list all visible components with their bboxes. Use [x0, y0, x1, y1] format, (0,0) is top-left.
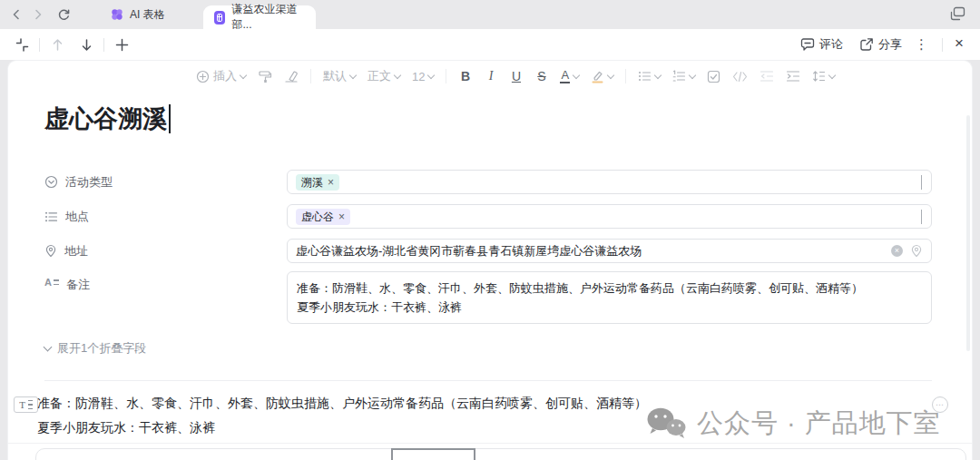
field-label-activity-type[interactable]: 活动类型	[44, 170, 287, 194]
share-icon	[859, 37, 874, 52]
refresh-icon[interactable]	[53, 4, 74, 25]
numbered-list-icon	[672, 70, 686, 83]
next-block-container	[35, 448, 966, 460]
field-row-address: 地址 虚心谷谦益农场-湖北省黄冈市蕲春县青石镇新屋塆虚心谷谦益农场 ×	[44, 239, 932, 263]
code-block-button[interactable]	[732, 71, 748, 83]
field-label-notes[interactable]: A 备注	[44, 271, 287, 324]
italic-button[interactable]: I	[484, 69, 497, 83]
divider	[39, 38, 40, 52]
text-color-button[interactable]: A	[560, 69, 579, 83]
numbered-list-button[interactable]	[672, 70, 695, 83]
bold-button[interactable]: B	[458, 69, 472, 83]
notes-textarea[interactable]: 准备：防滑鞋、水、零食、汗巾、外套、防蚊虫措施、户外运动常备药品（云南白药喷雾、…	[287, 271, 932, 324]
wechat-icon	[645, 406, 687, 442]
watermark-text: 公众号 · 产品地下室	[697, 406, 941, 442]
divider	[625, 69, 626, 83]
strikethrough-button[interactable]: S	[534, 69, 548, 83]
forward-icon[interactable]	[27, 4, 49, 25]
text-block-type-badge[interactable]: T	[14, 396, 38, 413]
bullet-list-button[interactable]	[638, 70, 661, 83]
chevron-down-icon	[44, 342, 53, 351]
tab-label: 谦益农业渠道部...	[231, 2, 304, 33]
tag-suoxi[interactable]: 溯溪 ×	[296, 174, 339, 191]
comment-button[interactable]: 评论	[795, 33, 848, 56]
expand-toggle-label: 展开1个折叠字段	[57, 340, 146, 357]
tag-remove-icon[interactable]: ×	[328, 176, 334, 189]
style-label: 正文	[368, 68, 391, 84]
highlight-button[interactable]	[591, 70, 613, 83]
indent-icon	[786, 70, 800, 83]
record-detail-panel: 插入 默认 正文 12 B I U S A	[7, 60, 973, 460]
record-title[interactable]: 虚心谷溯溪	[44, 103, 171, 135]
record-toolbar: 评论 分享 ⋮ ×	[0, 29, 980, 60]
outdent-icon	[760, 70, 774, 83]
tab-record-doc[interactable]: 谦益农业渠道部...	[203, 5, 316, 29]
ai-table-icon	[111, 8, 123, 21]
format-toolbar: 插入 默认 正文 12 B I U S A	[8, 61, 972, 92]
expand-collapsed-fields-toggle[interactable]: 展开1个折叠字段	[44, 340, 146, 357]
notes-line-2: 夏季小朋友玩水：干衣裤、泳裤	[297, 298, 462, 317]
prev-record-icon[interactable]	[46, 34, 68, 55]
insert-button[interactable]: 插入	[196, 68, 246, 84]
clear-format-icon[interactable]	[284, 70, 299, 83]
open-in-window-icon[interactable]	[950, 6, 965, 22]
divider	[310, 69, 311, 83]
single-select-icon	[44, 175, 58, 189]
tab-ai-table[interactable]: AI 表格	[100, 3, 176, 26]
watermark: 公众号 · 产品地下室	[645, 404, 941, 444]
indent-button[interactable]	[786, 70, 800, 83]
outdent-button[interactable]	[760, 70, 774, 83]
checkbox-icon	[707, 70, 720, 83]
add-record-icon[interactable]	[111, 34, 132, 55]
field-label-address[interactable]: 地址	[44, 239, 287, 263]
font-label: 默认	[323, 68, 347, 84]
next-record-icon[interactable]	[75, 34, 97, 55]
share-button[interactable]: 分享	[854, 33, 907, 56]
doc-paragraph-2[interactable]: 夏季小朋友玩水：干衣裤、泳裤	[37, 420, 215, 436]
line-spacing-button[interactable]	[812, 70, 835, 83]
comment-icon	[800, 37, 815, 52]
comment-bubble-icon[interactable]: ⋯	[932, 396, 948, 413]
field-row-activity-type: 活动类型 溯溪 ×	[44, 170, 932, 194]
clear-address-icon[interactable]: ×	[891, 245, 903, 257]
collapse-record-icon[interactable]	[11, 34, 33, 55]
address-input[interactable]: 虚心谷谦益农场-湖北省黄冈市蕲春县青石镇新屋塆虚心谷谦益农场 ×	[287, 239, 932, 263]
font-size-select[interactable]: 12	[412, 70, 434, 83]
format-painter-icon[interactable]	[258, 70, 272, 83]
line-spacing-icon	[812, 70, 826, 83]
tag-remove-icon[interactable]: ×	[338, 210, 345, 223]
field-label-place[interactable]: 地点	[44, 204, 287, 229]
text-cursor	[169, 104, 171, 133]
doc-paragraph-1[interactable]: 准备：防滑鞋、水、零食、汗巾、外套、防蚊虫措施、户外运动常备药品（云南白药喷雾、…	[37, 396, 647, 412]
address-value: 虚心谷谦益农场-湖北省黄冈市蕲春县青石镇新屋塆虚心谷谦益农场	[296, 243, 689, 259]
insert-plus-icon	[196, 70, 210, 83]
close-record-icon[interactable]: ×	[949, 34, 969, 54]
tag-xuxingu[interactable]: 虚心谷 ×	[296, 209, 350, 225]
place-select[interactable]: 虚心谷 ×	[287, 204, 932, 229]
divider	[446, 69, 446, 83]
back-icon[interactable]	[5, 4, 27, 25]
field-row-place: 地点 虚心谷 ×	[44, 204, 932, 229]
code-icon	[732, 71, 748, 83]
tab-label: AI 表格	[130, 7, 165, 23]
more-menu-icon[interactable]: ⋮	[907, 36, 936, 53]
divider	[103, 38, 104, 52]
chevron-down-icon	[921, 175, 922, 189]
checklist-button[interactable]	[707, 70, 720, 83]
paragraph-style-select[interactable]: 正文	[368, 68, 400, 84]
location-pin-icon	[44, 244, 57, 258]
map-pin-icon[interactable]	[910, 244, 923, 258]
record-title-text: 虚心谷溯溪	[44, 103, 167, 135]
embedded-box[interactable]	[391, 448, 475, 460]
scrollbar[interactable]	[966, 115, 970, 351]
insert-label: 插入	[213, 68, 237, 84]
notes-line-1: 准备：防滑鞋、水、零食、汗巾、外套、防蚊虫措施、户外运动常备药品（云南白药喷雾、…	[297, 279, 863, 298]
comment-label: 评论	[819, 36, 843, 53]
divider	[942, 38, 943, 52]
browser-tab-bar: AI 表格 谦益农业渠道部...	[0, 0, 980, 29]
multi-select-icon	[44, 210, 58, 223]
activity-type-select[interactable]: 溯溪 ×	[287, 170, 932, 194]
bitable-icon	[214, 11, 226, 24]
font-select[interactable]: 默认	[323, 68, 356, 84]
underline-button[interactable]: U	[509, 69, 523, 83]
